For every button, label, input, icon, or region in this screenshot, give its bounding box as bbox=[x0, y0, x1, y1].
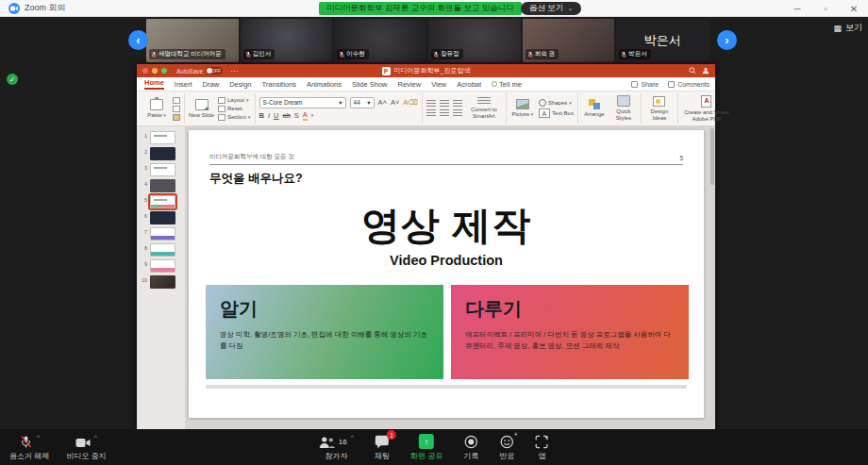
canvas-scrollbar[interactable] bbox=[710, 128, 714, 185]
slide-thumbnail-row[interactable]: 5 bbox=[139, 195, 182, 208]
clear-format-icon[interactable]: A⌫ bbox=[403, 98, 418, 107]
convert-smartart-button[interactable]: Convert to SmartArt bbox=[466, 97, 502, 120]
strip-next-button[interactable]: › bbox=[717, 30, 737, 50]
slide-thumbnail-row[interactable]: 1 bbox=[139, 131, 182, 144]
slide-thumbnail-row[interactable]: 3 bbox=[139, 163, 182, 176]
align-right-icon[interactable] bbox=[453, 109, 462, 117]
underline-button[interactable]: U bbox=[274, 111, 278, 120]
slide-thumbnail[interactable] bbox=[150, 211, 175, 224]
slide-thumbnail[interactable] bbox=[150, 259, 175, 273]
slide-thumbnail[interactable] bbox=[150, 179, 175, 192]
tab-animations[interactable]: Animations bbox=[307, 80, 342, 89]
reset-button[interactable]: Reset bbox=[218, 106, 251, 112]
layout-button[interactable]: Layout▾ bbox=[218, 97, 251, 104]
slide-thumbnail[interactable] bbox=[150, 243, 175, 257]
new-slide-icon bbox=[195, 99, 209, 110]
tab-design[interactable]: Design bbox=[229, 80, 251, 89]
shapes-button[interactable]: Shapes▾ bbox=[539, 99, 574, 107]
participant-tile[interactable]: 박은서 박은서 bbox=[616, 19, 709, 62]
participant-tile[interactable]: 장유정 bbox=[428, 19, 521, 62]
share-user-icon[interactable] bbox=[702, 67, 709, 75]
slide-thumbnail[interactable] bbox=[150, 227, 175, 241]
slide-thumbnail[interactable] bbox=[150, 131, 175, 144]
participants-button[interactable]: 16 ^ 참가자 bbox=[319, 434, 354, 461]
participant-tile[interactable]: 세명대학교 미디어어문 bbox=[146, 19, 239, 62]
participant-tile[interactable]: 김인서 bbox=[241, 19, 333, 62]
grow-font-icon[interactable]: A˄ bbox=[378, 98, 387, 107]
stop-video-button[interactable]: ^ 비디오 중지 bbox=[66, 434, 106, 461]
slide-thumbnail[interactable] bbox=[150, 147, 175, 160]
participant-tile[interactable]: 최숙 권 bbox=[523, 19, 615, 62]
slide-thumbnail[interactable] bbox=[150, 163, 175, 176]
tab-insert[interactable]: Insert bbox=[175, 80, 192, 89]
more-icon[interactable]: ⋯ bbox=[230, 67, 238, 75]
chat-button[interactable]: 1 채팅 bbox=[375, 434, 390, 461]
autosave-switch[interactable]: OFF bbox=[206, 67, 223, 75]
numbering-icon[interactable] bbox=[440, 100, 449, 108]
slide-thumbnail-row[interactable]: 2 bbox=[139, 147, 182, 160]
bold-button[interactable]: B bbox=[259, 111, 264, 120]
italic-button[interactable]: I bbox=[268, 111, 270, 120]
quick-styles-button[interactable]: Quick Styles bbox=[610, 95, 637, 122]
close-button[interactable]: ✕ bbox=[840, 4, 868, 14]
slide-thumbnail-row[interactable]: 8 bbox=[139, 243, 182, 257]
comments-button[interactable]: Comments bbox=[668, 81, 709, 88]
text-shadow-button[interactable]: S bbox=[294, 111, 299, 120]
maximize-button[interactable]: ▫ bbox=[811, 4, 840, 14]
unmute-button[interactable]: ^ 음소거 해제 bbox=[9, 434, 49, 461]
chevron-up-icon[interactable]: ^ bbox=[37, 434, 40, 440]
chevron-up-icon[interactable]: ^ bbox=[351, 434, 354, 440]
tab-transitions[interactable]: Transitions bbox=[261, 80, 295, 89]
slide-thumbnail-row[interactable]: 9 bbox=[139, 259, 182, 273]
tab-review[interactable]: Review bbox=[398, 80, 422, 89]
slide-thumbnail-row[interactable]: 7 bbox=[139, 227, 182, 241]
minimize-button[interactable]: ─ bbox=[783, 4, 811, 14]
format-painter-icon[interactable] bbox=[173, 114, 180, 121]
tab-slideshow[interactable]: Slide Show bbox=[352, 80, 388, 89]
reactions-button[interactable]: + 반응 bbox=[499, 434, 514, 461]
section-button[interactable]: Section▾ bbox=[218, 114, 251, 121]
strikethrough-button[interactable]: ab bbox=[282, 111, 290, 120]
mac-close-button[interactable] bbox=[142, 68, 148, 74]
copy-icon[interactable] bbox=[173, 106, 180, 112]
align-left-icon[interactable] bbox=[426, 109, 436, 117]
slide-thumbnail-row[interactable]: 6 bbox=[139, 211, 182, 224]
paste-button[interactable]: Paste ▾ bbox=[144, 99, 169, 119]
text-box-button[interactable]: AText Box bbox=[539, 108, 574, 118]
picture-button[interactable]: Picture ▾ bbox=[510, 99, 535, 118]
share-button[interactable]: Share bbox=[631, 81, 659, 88]
slide-thumbnail-row[interactable]: 10 bbox=[139, 275, 182, 289]
font-color-button[interactable]: A bbox=[303, 110, 308, 121]
slide-thumbnail[interactable] bbox=[150, 275, 175, 289]
new-slide-button[interactable]: New Slide bbox=[189, 99, 214, 119]
tab-home[interactable]: Home bbox=[144, 78, 164, 90]
font-size-select[interactable]: 44▾ bbox=[350, 97, 375, 108]
adobe-pdf-button[interactable]: Create and Share Adobe PDF bbox=[682, 95, 731, 123]
mac-zoom-button[interactable] bbox=[161, 68, 167, 74]
apps-button[interactable]: 앱 bbox=[535, 434, 549, 461]
mac-minimize-button[interactable] bbox=[152, 68, 158, 74]
participant-tile[interactable]: 이수현 bbox=[334, 19, 426, 62]
search-icon[interactable] bbox=[689, 67, 696, 75]
autosave-toggle[interactable]: AutoSave OFF bbox=[176, 67, 223, 75]
font-name-select[interactable]: S-Core Dream▾ bbox=[259, 97, 346, 108]
indent-icon[interactable] bbox=[453, 100, 462, 108]
strip-prev-button[interactable]: ‹ bbox=[128, 30, 148, 50]
tab-view[interactable]: View bbox=[431, 80, 446, 89]
bullets-icon[interactable] bbox=[426, 100, 436, 108]
align-center-icon[interactable] bbox=[440, 109, 449, 117]
tab-acrobat[interactable]: Acrobat bbox=[457, 80, 481, 89]
tab-draw[interactable]: Draw bbox=[203, 80, 220, 89]
cut-icon[interactable] bbox=[173, 97, 180, 104]
share-screen-button[interactable]: ↑ 화면 공유 bbox=[410, 434, 442, 461]
design-ideas-button[interactable]: Design Ideas bbox=[645, 96, 674, 122]
arrange-button[interactable]: Arrange bbox=[582, 99, 607, 118]
slide-thumbnail-selected[interactable] bbox=[150, 195, 175, 208]
chevron-up-icon[interactable]: ^ bbox=[94, 434, 97, 440]
shrink-font-icon[interactable]: A˅ bbox=[391, 98, 399, 107]
view-options-button[interactable]: 옵션 보기 ⌄ bbox=[521, 2, 581, 15]
slide-thumbnail-row[interactable]: 4 bbox=[139, 179, 182, 192]
tab-tellme[interactable]: Tell me bbox=[492, 80, 522, 89]
record-button[interactable]: 기록 bbox=[463, 434, 478, 461]
view-mode-button[interactable]: ▦ 보기 bbox=[833, 22, 862, 34]
